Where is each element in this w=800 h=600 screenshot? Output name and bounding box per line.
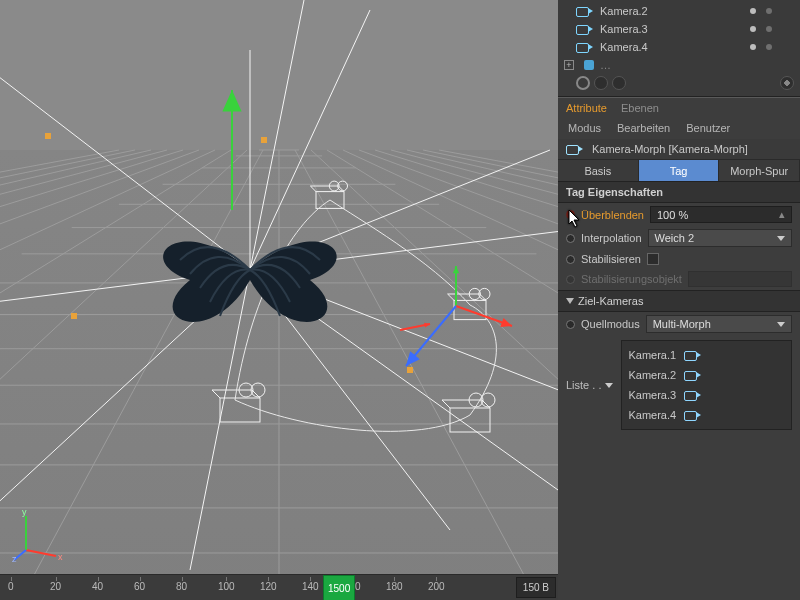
tab-ebenen[interactable]: Ebenen <box>621 102 659 117</box>
camera-icon <box>576 6 594 16</box>
camera-list-area: Liste . . Kamera.1Kamera.2Kamera.3Kamera… <box>558 336 800 430</box>
object-row-collapsed[interactable]: + … <box>558 56 800 74</box>
timeline[interactable]: 020406080100120140160180200 1500 150 B <box>0 574 558 600</box>
spinner-icon[interactable]: ▴ <box>779 208 785 221</box>
timeline-tick: 40 <box>92 581 103 592</box>
camera-name: Kamera.1 <box>628 349 676 361</box>
keyframe-indicator-icon[interactable] <box>566 255 575 264</box>
expand-icon[interactable]: + <box>564 60 574 70</box>
chevron-down-icon[interactable] <box>605 383 613 388</box>
timeline-tick: 100 <box>218 581 235 592</box>
keyframe-indicator-icon[interactable] <box>566 210 575 219</box>
svg-line-0 <box>26 550 56 556</box>
prop-interpolation: Interpolation Weich 2 <box>558 226 800 250</box>
object-name: Kamera.4 <box>600 41 648 53</box>
object-row[interactable]: Kamera.2 <box>558 2 800 20</box>
prop-quellmodus: Quellmodus Multi-Morph <box>558 312 800 336</box>
keyframe-indicator-icon[interactable] <box>566 234 575 243</box>
playhead[interactable]: 1500 <box>323 575 355 600</box>
subtab-basis[interactable]: Basis <box>558 160 639 181</box>
camera-icon <box>576 42 594 52</box>
prop-label: Interpolation <box>581 232 642 244</box>
prop-stabilisieren: Stabilisieren <box>558 250 800 268</box>
timeline-tick: 0 <box>8 581 14 592</box>
prop-label: Quellmodus <box>581 318 640 330</box>
timeline-tick: 140 <box>302 581 319 592</box>
stabilisierungsobjekt-field <box>688 271 792 287</box>
chevron-down-icon <box>777 322 785 327</box>
timeline-tick: 120 <box>260 581 277 592</box>
object-row[interactable]: Kamera.3 <box>558 20 800 38</box>
camera-icon <box>576 24 594 34</box>
3d-viewport[interactable]: x y z 020406080100120140160180200 1500 1… <box>0 0 558 600</box>
svg-text:z: z <box>12 554 17 562</box>
prop-label: Überblenden <box>581 209 644 221</box>
ueberblenden-input[interactable]: 100 % ▴ <box>650 206 792 223</box>
camera-icon <box>684 390 702 400</box>
svg-text:y: y <box>22 507 27 517</box>
attribute-title-text: Kamera-Morph [Kamera-Morph] <box>592 143 748 155</box>
menu-modus[interactable]: Modus <box>568 122 601 134</box>
liste-label: Liste . . <box>566 379 601 391</box>
prop-stabilisierungsobjekt: Stabilisierungsobjekt <box>558 268 800 290</box>
tag-icon[interactable] <box>612 76 626 90</box>
timeline-tick: 200 <box>428 581 445 592</box>
timeline-tick: 180 <box>386 581 403 592</box>
menu-bearbeiten[interactable]: Bearbeiten <box>617 122 670 134</box>
object-manager[interactable]: Kamera.2Kamera.3Kamera.4 + … <box>558 0 800 97</box>
camera-name: Kamera.3 <box>628 389 676 401</box>
current-frame-display: 150 B <box>516 577 556 598</box>
timeline-tick: 20 <box>50 581 61 592</box>
tag-strip[interactable] <box>558 74 800 92</box>
subtab-tag[interactable]: Tag <box>639 160 720 181</box>
svg-text:x: x <box>58 552 63 562</box>
timeline-tick: 80 <box>176 581 187 592</box>
camera-morph-icon <box>566 144 584 154</box>
tag-icon[interactable] <box>780 76 794 90</box>
camera-icon <box>684 350 702 360</box>
subtab-morph[interactable]: Morph-Spur <box>719 160 800 181</box>
scene-canvas <box>0 0 558 600</box>
keyframe-indicator-icon[interactable] <box>566 320 575 329</box>
interpolation-select[interactable]: Weich 2 <box>648 229 792 247</box>
object-name: … <box>600 59 611 71</box>
camera-list-item[interactable]: Kamera.3 <box>626 385 787 405</box>
section-ziel-kameras[interactable]: Ziel-Kameras <box>558 290 800 312</box>
camera-name: Kamera.2 <box>628 369 676 381</box>
keyframe-indicator-icon <box>566 275 575 284</box>
camera-icon <box>684 370 702 380</box>
null-icon <box>584 60 594 70</box>
chevron-down-icon <box>777 236 785 241</box>
section-tag-eigenschaften: Tag Eigenschaften <box>558 181 800 203</box>
quellmodus-select[interactable]: Multi-Morph <box>646 315 792 333</box>
camera-icon <box>684 410 702 420</box>
prop-ueberblenden: Überblenden 100 % ▴ <box>558 203 800 226</box>
camera-list[interactable]: Kamera.1Kamera.2Kamera.3Kamera.4 <box>621 340 792 430</box>
camera-name: Kamera.4 <box>628 409 676 421</box>
object-name: Kamera.3 <box>600 23 648 35</box>
timeline-tick: 60 <box>134 581 145 592</box>
disclosure-triangle-icon <box>566 298 574 304</box>
menu-benutzer[interactable]: Benutzer <box>686 122 730 134</box>
camera-list-item[interactable]: Kamera.2 <box>626 365 787 385</box>
axis-gizmo-icon: x y z <box>12 506 68 562</box>
tag-icon[interactable] <box>576 76 590 90</box>
attribute-panel-header: Attribute Ebenen Modus Bearbeiten Benutz… <box>558 97 800 139</box>
stabilisieren-checkbox[interactable] <box>647 253 659 265</box>
prop-label: Stabilisieren <box>581 253 641 265</box>
object-row[interactable]: Kamera.4 <box>558 38 800 56</box>
attribute-subtabs: Basis Tag Morph-Spur <box>558 159 800 181</box>
attribute-title: Kamera-Morph [Kamera-Morph] <box>558 139 800 159</box>
prop-label: Stabilisierungsobjekt <box>581 273 682 285</box>
camera-list-item[interactable]: Kamera.1 <box>626 345 787 365</box>
object-name: Kamera.2 <box>600 5 648 17</box>
tag-icon[interactable] <box>594 76 608 90</box>
tab-attribute[interactable]: Attribute <box>566 102 607 117</box>
camera-list-item[interactable]: Kamera.4 <box>626 405 787 425</box>
right-panel: Kamera.2Kamera.3Kamera.4 + … Attribute E… <box>558 0 800 600</box>
